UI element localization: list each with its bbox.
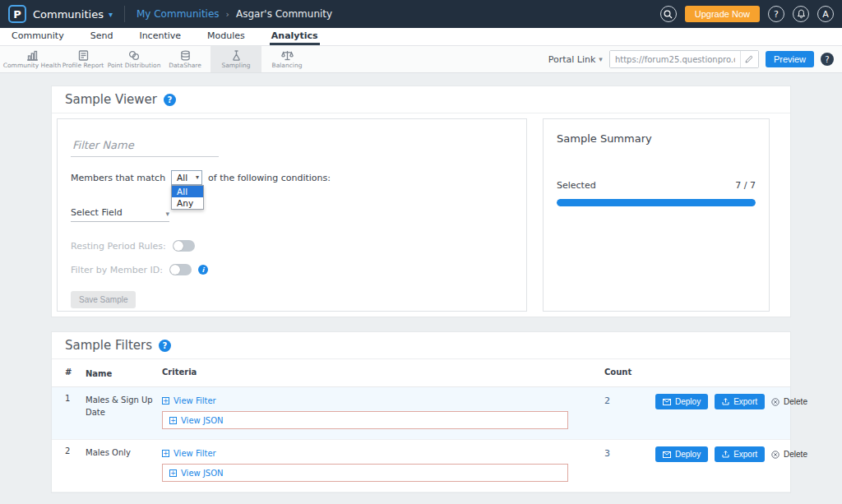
match-option-any[interactable]: Any [172,197,203,209]
filter-builder-panel: Filter Name Members that match All ▾ All… [57,118,527,312]
divider [124,6,125,22]
toolbar-help-button[interactable]: ? [821,53,834,66]
json-box: + View JSON [162,464,568,482]
export-button[interactable]: Export [715,394,765,409]
deploy-button[interactable]: Deploy [655,446,708,462]
tab-modules[interactable]: Modules [206,28,247,45]
table-row: 2 Males Only + View Filter + View JSON [52,440,790,492]
row-number: 1 [52,394,86,429]
resting-period-toggle[interactable] [173,240,195,252]
tab-analytics[interactable]: Analytics [270,28,320,45]
count-cell: 3 [593,446,655,482]
filter-name: Males & Sign Up Date [86,394,162,429]
tab-community[interactable]: Community [10,28,66,45]
match-prefix-label: Members that match [71,173,165,183]
expand-icon: + [162,397,169,405]
help-button[interactable]: ? [768,6,784,22]
count-cell: 2 [593,394,655,429]
tab-incentive[interactable]: Incentive [137,28,183,45]
view-json-label: View JSON [181,469,224,478]
export-icon [722,451,729,458]
export-button[interactable]: Export [715,446,765,462]
toolbar-item-label: Community Health [3,62,61,69]
sampling-icon [231,50,242,61]
toolbar-item-balancing[interactable]: Balancing [261,46,312,72]
toolbar-item-community-health[interactable]: Community Health [7,46,58,72]
preview-button[interactable]: Preview [766,51,814,67]
match-suffix-label: of the following conditions: [208,173,331,183]
help-icon[interactable]: ? [164,94,176,106]
row-number: 2 [52,446,86,482]
match-select[interactable]: All ▾ [171,170,202,185]
progress-fill [557,199,756,206]
envelope-icon [663,399,671,405]
export-icon [722,398,729,405]
view-json-link[interactable]: + View JSON [169,469,224,478]
resting-period-label: Resting Period Rules: [71,241,166,252]
expand-icon: + [169,469,177,477]
delete-icon [771,398,780,406]
upgrade-now-button[interactable]: Upgrade Now [685,6,760,22]
chevron-down-icon: ▾ [109,10,113,19]
selected-row: Selected 7 / 7 [557,180,756,191]
select-field-label: Select Field [71,207,123,218]
member-id-label: Filter by Member ID: [71,265,163,275]
topbar-actions: Upgrade Now ? A [660,6,834,22]
view-filter-link[interactable]: + View Filter [162,396,216,405]
toolbar-item-datashare[interactable]: DataShare [160,46,210,72]
resting-period-row: Resting Period Rules: [71,240,513,252]
pencil-icon [745,55,753,63]
notifications-button[interactable] [793,6,809,22]
chevron-down-icon: ▾ [165,210,169,218]
chevron-down-icon: ▾ [196,173,199,181]
view-filter-link[interactable]: + View Filter [162,449,216,458]
view-filter-label: View Filter [173,449,216,458]
match-option-all[interactable]: All [172,186,203,197]
info-icon[interactable]: i [198,265,208,275]
deploy-label: Deploy [675,397,701,406]
breadcrumb-parent-link[interactable]: My Communities [136,8,220,20]
col-count-header: Count [593,368,655,380]
view-filter-label: View Filter [173,396,216,405]
sample-filters-title: Sample Filters [65,338,152,353]
sample-filters-header: Sample Filters ? [52,332,790,359]
search-icon [664,10,673,19]
col-actions-header [655,368,790,380]
deploy-button[interactable]: Deploy [655,394,708,409]
filters-table-header: # Name Criteria Count [52,359,790,387]
col-criteria-header: Criteria [162,368,593,380]
tab-send[interactable]: Send [89,28,115,45]
actions-cell: Deploy Export Delete [655,394,817,429]
edit-portal-url-button[interactable] [740,51,758,67]
breadcrumb: My Communities › Asgar's Community [136,8,332,20]
communities-menu[interactable]: Communities ▾ [33,8,124,21]
sample-viewer-title: Sample Viewer [65,92,157,107]
delete-label: Delete [784,397,807,406]
page: P Communities ▾ My Communities › Asgar's… [0,0,842,504]
questionpro-logo-icon[interactable]: P [8,5,26,23]
select-field-dropdown[interactable]: Select Field ▾ [71,207,169,222]
toolbar-item-point-distribution[interactable]: Point Distribution [109,46,160,72]
topbar: P Communities ▾ My Communities › Asgar's… [0,0,842,28]
export-label: Export [733,397,757,406]
toolbar-item-label: Balancing [272,62,303,69]
save-sample-button[interactable]: Save Sample [71,291,136,308]
portal-link-label: Portal Link [548,54,596,65]
toolbar-item-profile-report[interactable]: Profile Report [58,46,109,72]
portal-url-input[interactable] [610,51,740,67]
avatar[interactable]: A [817,6,834,22]
table-row: 1 Males & Sign Up Date + View Filter + V… [52,387,790,440]
search-button[interactable] [660,6,677,22]
delete-button[interactable]: Delete [771,394,807,409]
member-id-toggle[interactable] [169,264,192,275]
filter-name: Males Only [86,446,162,482]
filter-name-input[interactable]: Filter Name [71,132,219,157]
toolbar-item-sampling[interactable]: Sampling [210,46,261,72]
selected-label: Selected [557,180,596,191]
match-select-value: All [177,173,187,183]
delete-button[interactable]: Delete [771,446,807,462]
help-icon[interactable]: ? [159,340,171,352]
view-json-link[interactable]: + View JSON [169,416,224,425]
portal-link-dropdown[interactable]: Portal Link ▾ [548,54,603,65]
breadcrumb-current: Asgar's Community [236,8,332,20]
